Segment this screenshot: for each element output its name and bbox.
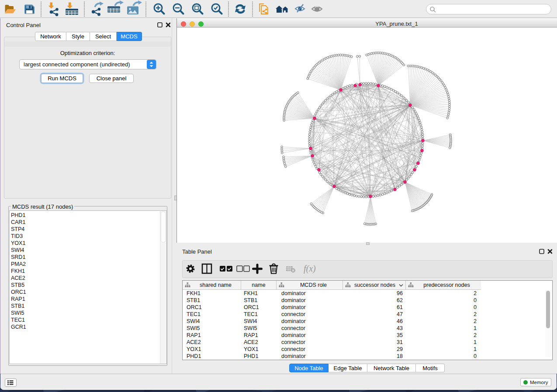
svg-text:f(x): f(x) (304, 264, 316, 274)
